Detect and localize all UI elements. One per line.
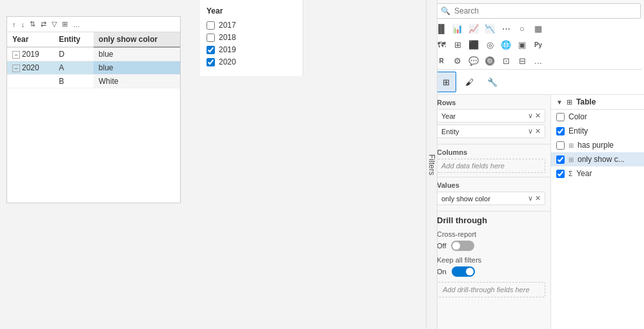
cell-year [7,75,54,88]
field-only-show-label: only show c... [578,155,625,164]
field-checkbox-year[interactable] [556,170,565,178]
viz-area-icon[interactable]: 📉 [482,21,498,36]
filter-item-2019[interactable]: 2019 [206,45,296,54]
row-field-entity-remove[interactable]: ✕ [535,127,541,135]
cell-color: blue [94,61,180,75]
viz-gauge-icon[interactable]: ◎ [482,37,498,52]
viz-paginate-icon[interactable]: ⊡ [498,53,514,68]
viz-column-icon[interactable]: 📊 [450,21,465,36]
search-input[interactable] [454,6,635,15]
subitem-icon: ⊞ [569,142,574,149]
sort-desc-icon[interactable]: ↓ [20,20,26,29]
sort-asc-icon[interactable]: ↑ [11,20,17,29]
value-field-color-expand[interactable]: ∨ [528,194,533,203]
filter-item-2018[interactable]: 2018 [206,33,296,42]
field-has-purple-label: has purple [578,141,614,150]
keep-filters-label: Keep all filters [437,256,545,264]
drill-section: Drill through Cross-report Off Keep all … [432,212,550,301]
filters-label: Filters [427,154,436,175]
field-checkbox-color[interactable] [556,113,565,121]
grid-icon[interactable]: ⊞ [61,19,69,29]
expand-row-icon[interactable]: − [12,51,20,59]
filter-checkbox-2020[interactable] [206,58,215,66]
field-item-only-show[interactable]: ⊞ only show c... [551,152,644,166]
col-year: Year [7,32,54,47]
cell-color: White [94,75,180,88]
table-toolbar: ↑ ↓ ⇅ ⇄ ▽ ⊞ … [7,17,180,32]
viz-tool-format[interactable]: 🖌 [459,72,479,92]
filter-item-2017[interactable]: 2017 [206,21,296,30]
filter-panel: Year 2017 2018 2019 2020 [200,0,303,76]
viz-tool-table[interactable]: ⊞ [436,72,456,92]
filter-title: Year [206,6,296,15]
viz-funnel-icon[interactable]: ⬛ [466,37,481,52]
cell-entity: A [54,61,94,75]
viz-tool-analytics[interactable]: 🔧 [482,72,503,92]
viz-kpi-icon[interactable]: 🌐 [498,37,514,52]
columns-label: Columns [437,148,545,156]
filter-label-2019: 2019 [219,45,236,54]
cell-color: blue [94,47,180,61]
cross-report-off-label: Off [437,242,446,250]
keep-filters-toggle[interactable] [452,266,475,277]
viz-decomp-icon[interactable]: ⚙ [450,53,465,68]
cell-year: −2019 [7,47,54,61]
expand-row-icon[interactable]: − [12,65,20,72]
field-checkbox-entity[interactable] [556,127,565,135]
viz-card-icon[interactable]: ▣ [514,37,530,52]
row-field-entity[interactable]: Entity ∨ ✕ [437,125,545,138]
drill-title: Drill through [437,215,545,225]
filter-checkbox-2018[interactable] [206,34,215,42]
expand-icon[interactable]: ⇄ [39,19,48,29]
cell-entity: B [54,75,94,88]
cross-report-toggle[interactable] [451,241,474,251]
search-icon: 🔍 [441,6,450,15]
keep-filters-toggle-row: On [437,266,545,277]
filter-checkbox-2017[interactable] [206,21,215,30]
keep-filters-on-label: On [437,268,447,275]
viz-smart-icon[interactable]: 🔘 [482,53,498,68]
field-item-has-purple[interactable]: ⊞ has purple [551,138,644,152]
filter-label-2020: 2020 [219,57,236,66]
viz-shape-icon[interactable]: ⊟ [514,53,530,68]
cross-report-toggle-row: Off [437,241,545,251]
viz-scatter-icon[interactable]: ⋯ [498,21,514,36]
columns-placeholder[interactable]: Add data fields here [437,159,545,173]
col-entity: Entity [54,32,94,47]
viz-line-icon[interactable]: 📈 [466,21,481,36]
col-color: only show color [94,32,180,47]
filter-icon[interactable]: ▽ [50,19,58,29]
values-label: Values [437,181,545,189]
value-field-color-remove[interactable]: ✕ [535,194,541,203]
field-checkbox-has-purple[interactable] [556,141,565,150]
viz-more-icon[interactable]: ▦ [530,21,546,36]
more-icon[interactable]: … [72,20,81,29]
viz-pie-icon[interactable]: ○ [514,21,530,36]
drill-placeholder[interactable]: Add drill-through fields here [437,282,545,297]
viz-python-icon[interactable]: Py [530,37,546,52]
row-field-year-label: Year [441,112,456,120]
viz-qa-icon[interactable]: 💬 [466,53,481,68]
field-item-entity[interactable]: Entity [551,124,644,138]
values-section: Values only show color ∨ ✕ [432,177,550,212]
collapse-icon[interactable]: ▼ [556,99,563,106]
filter-item-2020[interactable]: 2020 [206,57,296,66]
viz-extra-icon[interactable]: … [530,53,546,68]
filter-label-2018: 2018 [219,33,236,42]
row-field-year[interactable]: Year ∨ ✕ [437,109,545,123]
row-field-entity-label: Entity [441,128,459,135]
filters-sidebar[interactable]: Filters [426,0,438,329]
field-item-color[interactable]: Color [551,110,644,124]
viz-filled-map-icon[interactable]: ⊞ [450,37,465,52]
field-checkbox-only-show[interactable] [556,155,565,164]
sort-both-icon[interactable]: ⇅ [28,19,37,29]
filter-checkbox-2019[interactable] [206,46,215,54]
row-field-year-remove[interactable]: ✕ [535,112,541,120]
search-bar[interactable]: 🔍 [435,3,641,19]
field-item-year[interactable]: Σ Year [551,166,644,181]
table-row: −2019 D blue [7,47,180,61]
row-field-year-expand[interactable]: ∨ [528,112,533,120]
row-field-entity-expand[interactable]: ∨ [528,127,533,135]
value-field-color[interactable]: only show color ∨ ✕ [437,192,545,205]
rows-section: Rows Year ∨ ✕ Entity ∨ ✕ [432,95,550,145]
